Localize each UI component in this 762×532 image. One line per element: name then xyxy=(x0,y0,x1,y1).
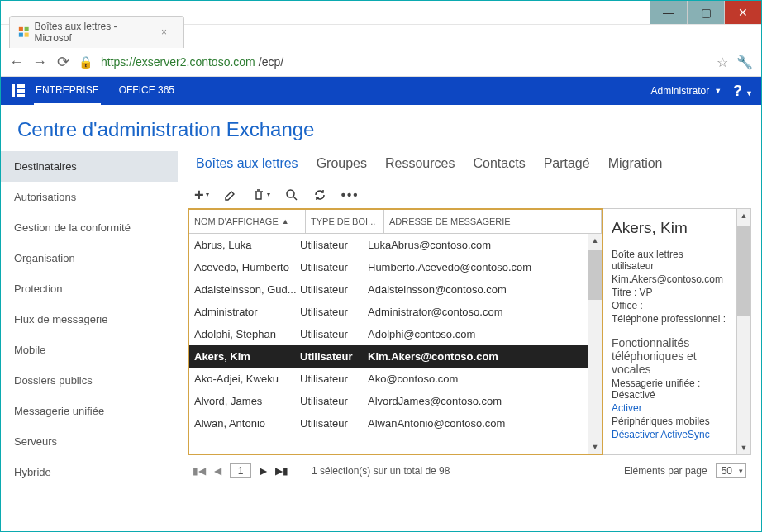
tab-close-icon[interactable]: × xyxy=(161,26,167,38)
cell-name: Acevedo, Humberto xyxy=(194,261,300,273)
subtab[interactable]: Groupes xyxy=(317,156,367,171)
browser-tab-title: Boîtes aux lettres - Microsof xyxy=(35,21,153,44)
pager-first[interactable]: ▮◀ xyxy=(193,465,206,477)
svg-point-8 xyxy=(287,190,294,197)
svg-rect-7 xyxy=(17,94,25,97)
forward-button[interactable]: → xyxy=(32,54,47,71)
table-row[interactable]: Akers, KimUtilisateurKim.Akers@contoso.c… xyxy=(189,345,588,368)
window-maximize-button[interactable]: ▢ xyxy=(687,1,724,24)
app-launcher-icon[interactable] xyxy=(9,82,27,100)
details-activesync-link[interactable]: Désactiver ActiveSync xyxy=(612,429,728,440)
subtab[interactable]: Contacts xyxy=(473,156,525,171)
sidebar-item[interactable]: Autorisations xyxy=(1,182,178,212)
cell-email: Humberto.Acevedo@contoso.com xyxy=(368,261,583,273)
svg-rect-6 xyxy=(17,89,25,93)
subtab[interactable]: Boîtes aux lettres xyxy=(196,156,298,171)
pager-prev[interactable]: ◀ xyxy=(214,465,221,477)
table-row[interactable]: AdministratorUtilisateurAdministrator@co… xyxy=(189,301,588,323)
scroll-up-icon[interactable]: ▲ xyxy=(588,234,602,247)
help-icon[interactable]: ?▼ xyxy=(733,83,753,100)
subtab[interactable]: Migration xyxy=(608,156,663,171)
cell-type: Utilisateur xyxy=(300,328,368,340)
window-close-button[interactable]: ✕ xyxy=(724,1,761,24)
cell-email: AlvordJames@contoso.com xyxy=(368,395,583,407)
window-minimize-button[interactable]: — xyxy=(650,1,687,24)
refresh-button[interactable] xyxy=(313,188,326,202)
cell-type: Utilisateur xyxy=(300,306,368,318)
sidebar-item[interactable]: Organisation xyxy=(1,243,178,273)
o365-tab-enterprise[interactable]: ENTREPRISE xyxy=(34,77,101,105)
more-button[interactable]: ••• xyxy=(341,188,360,202)
scroll-thumb[interactable] xyxy=(737,226,750,316)
sidebar-item[interactable]: Mobile xyxy=(1,335,178,365)
subtabs: Boîtes aux lettresGroupesRessourcesConta… xyxy=(188,150,751,183)
svg-rect-5 xyxy=(17,84,25,88)
cell-email: AlwanAntonio@contoso.com xyxy=(368,417,583,430)
cell-name: Akers, Kim xyxy=(194,350,300,363)
details-phone-line: Téléphone professionnel : xyxy=(612,313,728,325)
table-scrollbar[interactable]: ▲ ▼ xyxy=(588,234,602,454)
cell-email: Kim.Akers@contoso.com xyxy=(368,350,583,363)
sidebar-item[interactable]: Messagerie unifiée xyxy=(1,396,178,426)
sidebar-item[interactable]: Hybride xyxy=(1,457,178,487)
cell-email: Adalsteinsson@contoso.com xyxy=(368,283,583,296)
pager-ipp-select[interactable]: 50▾ xyxy=(716,463,746,478)
sidebar-item[interactable]: Dossiers publics xyxy=(1,365,178,396)
table-row[interactable]: Alwan, AntonioUtilisateurAlwanAntonio@co… xyxy=(189,412,588,435)
svg-rect-3 xyxy=(25,33,29,37)
cell-email: LukaAbrus@contoso.com xyxy=(368,239,583,251)
cell-type: Utilisateur xyxy=(300,417,368,430)
o365-tab-office365[interactable]: OFFICE 365 xyxy=(117,77,176,105)
table-row[interactable]: Ako-Adjei, KwekuUtilisateurAko@contoso.c… xyxy=(189,368,588,390)
page-title: Centre d'administration Exchange xyxy=(1,105,761,150)
details-um-line: Messagerie unifiée : Désactivé xyxy=(612,378,728,401)
table-header: NOM D'AFFICHAGE ▲ TYPE DE BOI... ADRESSE… xyxy=(189,208,602,234)
table-row[interactable]: Abrus, LukaUtilisateurLukaAbrus@contoso.… xyxy=(189,234,588,256)
scroll-up-icon[interactable]: ▲ xyxy=(737,209,750,222)
col-displayname[interactable]: NOM D'AFFICHAGE ▲ xyxy=(189,210,306,233)
edit-button[interactable] xyxy=(224,188,237,202)
sidebar-item[interactable]: Flux de messagerie xyxy=(1,304,178,335)
sidebar-item[interactable]: Gestion de la conformité xyxy=(1,212,178,243)
sidebar-item[interactable]: Destinataires xyxy=(1,151,178,182)
svg-rect-1 xyxy=(25,27,29,31)
details-type: Boîte aux lettres utilisateur xyxy=(612,249,728,272)
pager-last[interactable]: ▶▮ xyxy=(275,465,288,477)
settings-wrench-icon[interactable]: 🔧 xyxy=(736,55,753,70)
svg-rect-4 xyxy=(12,84,15,97)
user-menu[interactable]: Administrator ▼ xyxy=(650,85,722,97)
cell-type: Utilisateur xyxy=(300,283,368,296)
details-um-activate-link[interactable]: Activer xyxy=(612,402,728,414)
scroll-thumb[interactable] xyxy=(588,250,602,300)
scroll-down-icon[interactable]: ▼ xyxy=(737,441,750,454)
table-row[interactable]: Alvord, JamesUtilisateurAlvordJames@cont… xyxy=(189,390,588,412)
cell-email: Ako@contoso.com xyxy=(368,373,583,385)
col-email[interactable]: ADRESSE DE MESSAGERIE xyxy=(384,210,602,233)
table-row[interactable]: Adalsteinsson, Gud...UtilisateurAdalstei… xyxy=(189,278,588,301)
details-email: Kim.Akers@contoso.com xyxy=(612,273,728,285)
url-input[interactable]: https://exserver2.contoso.com/ecp/ xyxy=(101,55,708,69)
col-type[interactable]: TYPE DE BOI... xyxy=(306,210,384,233)
cell-email: Administrator@contoso.com xyxy=(368,306,583,318)
table-row[interactable]: Acevedo, HumbertoUtilisateurHumberto.Ace… xyxy=(189,256,588,278)
sidebar-item[interactable]: Protection xyxy=(1,273,178,304)
subtab[interactable]: Ressources xyxy=(385,156,455,171)
cell-type: Utilisateur xyxy=(300,373,368,385)
bookmark-icon[interactable]: ☆ xyxy=(717,55,728,70)
cell-name: Administrator xyxy=(194,306,300,318)
sidebar-item[interactable]: Serveurs xyxy=(1,426,178,457)
scroll-down-icon[interactable]: ▼ xyxy=(588,440,602,454)
cell-name: Alwan, Antonio xyxy=(194,417,300,430)
pager-page-input[interactable]: 1 xyxy=(230,463,251,478)
pager-next[interactable]: ▶ xyxy=(260,465,267,477)
new-button[interactable]: +▾ xyxy=(194,189,209,201)
back-button[interactable]: ← xyxy=(9,54,24,71)
subtab[interactable]: Partagé xyxy=(544,156,590,171)
table-row[interactable]: Adolphi, StephanUtilisateurAdolphi@conto… xyxy=(189,323,588,345)
details-scrollbar[interactable]: ▲ ▼ xyxy=(736,209,750,454)
reload-button[interactable]: ⟳ xyxy=(55,53,70,71)
search-button[interactable] xyxy=(285,188,298,202)
browser-tab[interactable]: Boîtes aux lettres - Microsof × xyxy=(9,16,184,48)
svg-line-9 xyxy=(293,197,297,200)
delete-button[interactable]: ▾ xyxy=(252,188,270,202)
